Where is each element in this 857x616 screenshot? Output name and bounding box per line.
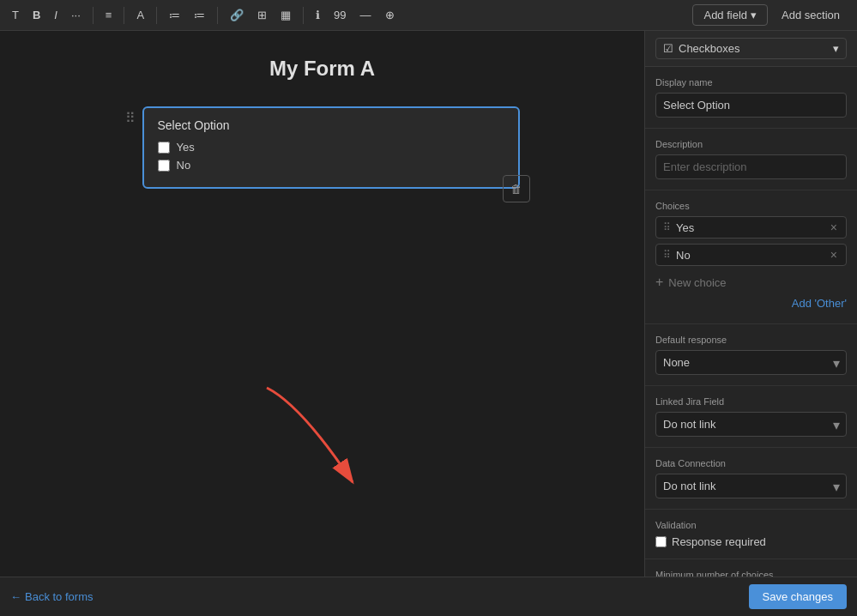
table-button[interactable]: ⊞: [252, 5, 272, 25]
linked-jira-wrapper: Do not link: [655, 412, 847, 437]
default-response-wrapper: None: [655, 350, 847, 375]
description-section: Description: [645, 129, 857, 190]
response-required-row: Response required: [655, 535, 847, 548]
add-field-button[interactable]: Add field ▾: [692, 4, 768, 26]
data-connection-wrapper: Do not link: [655, 474, 847, 498]
display-name-input[interactable]: [655, 93, 847, 118]
color-button[interactable]: A: [131, 5, 149, 25]
default-response-section: Default response None: [645, 324, 857, 386]
minus-button[interactable]: —: [355, 5, 377, 25]
choice-text-no: No: [676, 249, 824, 262]
layout-button[interactable]: ▦: [275, 5, 296, 25]
response-required-checkbox[interactable]: [655, 536, 667, 547]
divider-1: [93, 7, 94, 24]
linked-jira-section: Linked Jira Field Do not link: [645, 386, 857, 448]
save-changes-button[interactable]: Save changes: [749, 584, 847, 609]
insert-button[interactable]: ⊕: [380, 5, 400, 25]
checkbox-option-no: No: [158, 159, 504, 172]
more-format-button[interactable]: ···: [66, 5, 86, 25]
response-required-label: Response required: [672, 535, 766, 548]
back-to-forms-link[interactable]: ← Back to forms: [10, 590, 93, 603]
min-choices-section: Minimum number of choices 1: [645, 559, 857, 577]
data-connection-label: Data Connection: [655, 458, 847, 468]
back-label: Back to forms: [25, 590, 93, 603]
choice-item-yes: ⠿ Yes ×: [655, 216, 847, 239]
right-panel: ☑ Checkboxes ▾ Display name Description …: [644, 31, 857, 577]
back-arrow-icon: ←: [10, 590, 21, 603]
list-number-button[interactable]: ≔: [189, 5, 210, 25]
new-choice-plus-icon: +: [655, 275, 663, 290]
new-choice-row: +: [655, 271, 847, 293]
choice-drag-no[interactable]: ⠿: [663, 249, 671, 261]
form-title: My Form A: [34, 57, 610, 81]
field-content: Select Option Yes No: [142, 106, 520, 189]
checkbox-label-no: No: [177, 159, 191, 172]
choice-text-yes: Yes: [676, 221, 824, 234]
new-choice-input[interactable]: [668, 276, 847, 289]
arrow-annotation: [250, 371, 387, 499]
add-other-button[interactable]: Add 'Other': [655, 293, 847, 313]
choice-delete-no[interactable]: ×: [829, 248, 839, 262]
add-field-chevron: ▾: [751, 9, 757, 21]
choice-item-no: ⠿ No ×: [655, 244, 847, 266]
data-connection-select[interactable]: Do not link: [655, 474, 847, 498]
panel-header: ☑ Checkboxes ▾: [645, 31, 857, 67]
bold-button[interactable]: B: [27, 5, 45, 25]
field-block: ⠿ Select Option Yes No: [125, 106, 520, 189]
display-name-label: Display name: [655, 77, 847, 88]
checkbox-yes[interactable]: [158, 142, 170, 154]
list-bullet-button[interactable]: ≔: [164, 5, 185, 25]
checkboxes-icon: ☑: [663, 42, 673, 55]
align-button[interactable]: ≡: [100, 5, 118, 25]
linked-jira-label: Linked Jira Field: [655, 396, 847, 407]
add-section-button[interactable]: Add section: [771, 5, 850, 25]
add-field-label: Add field: [703, 9, 747, 21]
link-button[interactable]: 🔗: [225, 5, 249, 25]
info-button[interactable]: ℹ: [311, 5, 325, 25]
divider-3: [156, 7, 157, 24]
divider-5: [303, 7, 304, 24]
description-label: Description: [655, 139, 847, 149]
default-response-select[interactable]: None: [655, 350, 847, 375]
validation-section: Validation Response required: [645, 510, 857, 559]
text-format-button[interactable]: T: [7, 5, 24, 25]
checkbox-label-yes: Yes: [177, 141, 195, 154]
type-label: Checkboxes: [679, 42, 740, 55]
type-selector[interactable]: ☑ Checkboxes ▾: [655, 38, 847, 59]
divider-4: [217, 7, 218, 24]
form-canvas: My Form A ⠿ Select Option Yes No 🗑: [0, 31, 644, 577]
divider-2: [124, 7, 124, 24]
checkbox-no[interactable]: [158, 160, 170, 172]
save-bar: ← Back to forms Save changes: [0, 577, 857, 616]
checkbox-option-yes: Yes: [158, 141, 504, 154]
italic-button[interactable]: I: [49, 5, 63, 25]
default-response-label: Default response: [655, 335, 847, 345]
description-input[interactable]: [655, 154, 847, 179]
choice-delete-yes[interactable]: ×: [829, 220, 839, 234]
data-connection-section: Data Connection Do not link: [645, 448, 857, 510]
count-button[interactable]: 99: [329, 5, 351, 25]
field-label: Select Option: [158, 118, 504, 132]
linked-jira-select[interactable]: Do not link: [655, 412, 847, 437]
delete-field-button[interactable]: 🗑: [503, 175, 530, 202]
validation-label: Validation: [655, 520, 847, 530]
choices-section: Choices ⠿ Yes × ⠿ No × + Add 'Other': [645, 190, 857, 324]
display-name-section: Display name: [645, 67, 857, 129]
type-chevron-icon: ▾: [833, 42, 839, 55]
choices-label: Choices: [655, 201, 847, 211]
main-layout: My Form A ⠿ Select Option Yes No 🗑: [0, 31, 857, 577]
choice-drag-yes[interactable]: ⠿: [663, 221, 671, 233]
min-choices-label: Minimum number of choices: [655, 570, 847, 577]
toolbar: T B I ··· ≡ A ≔ ≔ 🔗 ⊞ ▦ ℹ 99 — ⊕ Add fie…: [0, 0, 857, 31]
field-drag-handle[interactable]: ⠿: [125, 106, 136, 126]
